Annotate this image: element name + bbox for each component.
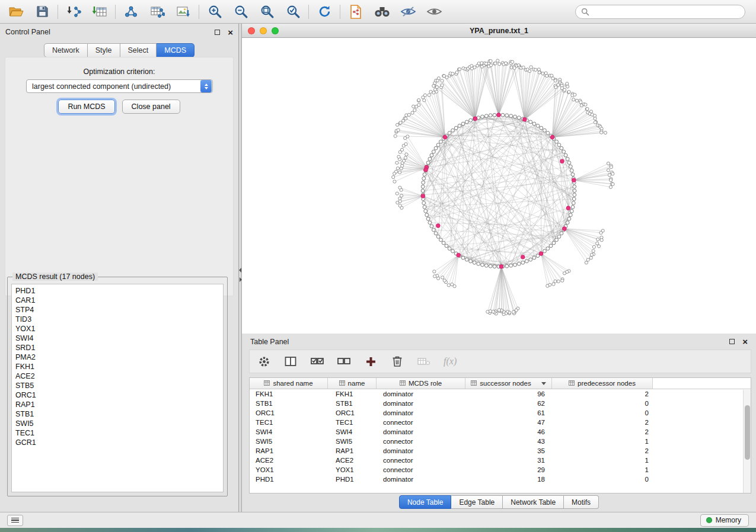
mcds-result-item[interactable]: ORC1	[15, 390, 219, 400]
zoom-fit-icon[interactable]	[258, 3, 276, 21]
search-objects-icon[interactable]	[373, 3, 391, 21]
column-header-name[interactable]: name	[328, 378, 377, 389]
select-all-icon[interactable]	[310, 354, 324, 368]
memory-button[interactable]: Memory	[700, 514, 749, 527]
table-row[interactable]: FKH1FKH1dominator962	[250, 389, 751, 399]
table-cell: 0	[552, 400, 653, 407]
table-column-icon	[400, 380, 406, 387]
table-cell: dominator	[377, 447, 465, 454]
add-column-icon[interactable]	[363, 354, 378, 368]
table-cell: dominator	[377, 409, 465, 416]
search-box[interactable]	[575, 5, 745, 19]
tab-network-table[interactable]: Network Table	[503, 495, 564, 509]
tab-edge-table[interactable]: Edge Table	[451, 495, 503, 509]
tab-network[interactable]: Network	[44, 43, 88, 57]
network-window-titlebar[interactable]: YPA_prune.txt_1	[242, 24, 756, 38]
mcds-result-item[interactable]: TEC1	[15, 428, 219, 438]
column-header-MCDS-role[interactable]: MCDS role	[377, 378, 465, 389]
import-network-icon[interactable]	[65, 3, 82, 21]
sort-chevron-icon[interactable]	[541, 382, 546, 385]
search-input[interactable]	[593, 8, 739, 16]
column-header-successor-nodes[interactable]: successor nodes	[465, 378, 552, 389]
table-cell: YOX1	[250, 466, 328, 473]
table-row[interactable]: SWI4SWI4dominator462	[250, 427, 751, 437]
tab-style[interactable]: Style	[88, 43, 120, 57]
import-table-icon[interactable]	[91, 3, 109, 21]
network-from-image-icon[interactable]	[174, 3, 192, 21]
run-mcds-button[interactable]: Run MCDS	[58, 100, 114, 114]
zoom-selected-icon[interactable]	[284, 3, 302, 21]
mcds-result-item[interactable]: CAR1	[15, 296, 219, 305]
tab-mcds[interactable]: MCDS	[157, 43, 194, 57]
column-header-predecessor-nodes[interactable]: predecessor nodes	[552, 378, 653, 389]
show-all-icon[interactable]	[425, 3, 443, 21]
table-row[interactable]: ORC1ORC1dominator610	[250, 408, 751, 418]
mcds-result-item[interactable]: STB5	[15, 381, 219, 390]
mcds-result-item[interactable]: STP4	[15, 305, 219, 315]
table-cell: PHD1	[250, 476, 328, 483]
share-document-icon[interactable]	[347, 3, 365, 21]
network-canvas[interactable]	[242, 38, 756, 334]
mcds-result-item[interactable]: ACE2	[15, 371, 219, 381]
table-row[interactable]: TEC1TEC1connector472	[250, 418, 751, 427]
tab-node-table[interactable]: Node Table	[399, 495, 452, 509]
maximize-window-icon[interactable]	[272, 27, 279, 34]
table-body: FKH1FKH1dominator962STB1STB1dominator620…	[250, 389, 751, 484]
mcds-result-item[interactable]: PHD1	[15, 286, 219, 296]
float-panel-icon[interactable]	[215, 30, 220, 35]
table-cell: 2	[552, 428, 653, 435]
table-row[interactable]: YOX1YOX1connector291	[250, 465, 751, 475]
close-panel-button[interactable]: Close panel	[122, 100, 180, 114]
mcds-result-item[interactable]: SRD1	[15, 343, 219, 352]
mcds-result-item[interactable]: YOX1	[15, 324, 219, 334]
open-folder-icon[interactable]	[7, 3, 25, 21]
table-cell: 0	[552, 476, 653, 483]
save-session-icon[interactable]	[33, 3, 51, 21]
hide-selection-icon[interactable]	[399, 3, 417, 21]
table-cell: RAP1	[250, 447, 328, 454]
show-column-icon[interactable]	[283, 354, 298, 368]
minimize-window-icon[interactable]	[260, 27, 267, 34]
column-header-shared-name[interactable]: shared name	[250, 378, 328, 389]
table-cell: ACE2	[328, 457, 377, 464]
table-row[interactable]: PHD1PHD1dominator180	[250, 475, 751, 484]
tab-select[interactable]: Select	[120, 43, 157, 57]
network-graph[interactable]	[242, 38, 755, 333]
scrollbar-thumb[interactable]	[745, 405, 750, 460]
mcds-result-item[interactable]: SWI5	[15, 419, 219, 428]
mcds-result-item[interactable]: GCR1	[15, 438, 219, 447]
table-cell: SWI5	[250, 438, 328, 445]
network-from-table-icon[interactable]	[148, 3, 166, 21]
delete-table-icon-disabled	[417, 354, 431, 368]
float-table-panel-icon[interactable]	[729, 339, 735, 344]
table-row[interactable]: SWI5SWI5connector431	[250, 437, 751, 446]
table-scrollbar[interactable]	[743, 390, 751, 493]
deselect-all-icon[interactable]	[337, 354, 351, 368]
new-network-icon[interactable]	[122, 3, 140, 21]
close-window-icon[interactable]	[248, 27, 255, 34]
tab-motifs[interactable]: Motifs	[564, 495, 599, 509]
column-header-label: successor nodes	[480, 380, 531, 387]
mcds-result-item[interactable]: FKH1	[15, 362, 219, 371]
zoom-out-icon[interactable]	[232, 3, 250, 21]
table-cell: SWI4	[328, 428, 377, 435]
table-column-icon	[471, 380, 477, 387]
close-panel-icon[interactable]: ×	[228, 30, 233, 35]
table-settings-gear-icon[interactable]	[257, 354, 271, 368]
zoom-in-icon[interactable]	[206, 3, 224, 21]
table-row[interactable]: ACE2ACE2connector311	[250, 456, 751, 465]
mcds-result-item[interactable]: RAP1	[15, 400, 219, 409]
table-row[interactable]: STB1STB1dominator620	[250, 399, 751, 408]
criterion-dropdown[interactable]: largest connected component (undirected)	[26, 79, 213, 93]
panel-menu-icon[interactable]	[7, 515, 23, 526]
table-cell: PHD1	[328, 476, 377, 483]
refresh-icon[interactable]	[315, 3, 333, 21]
table-cell: 61	[465, 409, 552, 416]
mcds-result-item[interactable]: STB1	[15, 409, 219, 419]
delete-column-icon[interactable]	[390, 354, 404, 368]
mcds-result-item[interactable]: PMA2	[15, 352, 219, 362]
mcds-result-item[interactable]: TID3	[15, 315, 219, 324]
mcds-result-item[interactable]: SWI4	[15, 334, 219, 343]
table-row[interactable]: RAP1RAP1dominator352	[250, 446, 751, 456]
close-table-panel-icon[interactable]: ×	[742, 339, 748, 344]
